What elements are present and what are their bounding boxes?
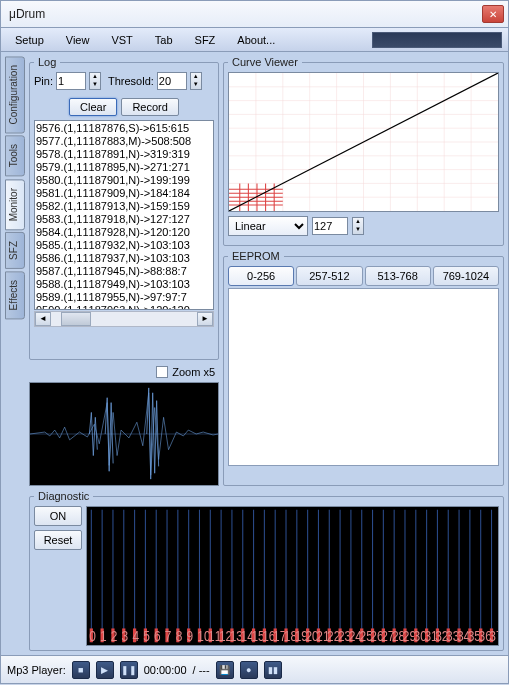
svg-text:9: 9 (187, 628, 194, 645)
eeprom-tab-3[interactable]: 769-1024 (433, 266, 499, 286)
log-line[interactable]: 9584.(1,11187928,N)->120:120 (36, 226, 212, 239)
svg-text:1: 1 (100, 628, 107, 645)
eeprom-legend: EEPROM (228, 250, 284, 262)
levels-button[interactable]: ▮▮ (264, 661, 282, 679)
play-button[interactable]: ▶ (96, 661, 114, 679)
menu-tab[interactable]: Tab (145, 31, 183, 49)
sidetab-configuration[interactable]: Configuration (5, 56, 25, 133)
eeprom-tab-2[interactable]: 513-768 (365, 266, 431, 286)
diagnostic-panel: Diagnostic ON Reset 01234567891011121314… (29, 490, 504, 651)
log-hscroll[interactable]: ◄ ► (34, 311, 214, 327)
svg-text:5: 5 (143, 628, 150, 645)
pin-label: Pin: (34, 75, 53, 87)
menu-progress (372, 32, 502, 48)
close-button[interactable]: ✕ (482, 5, 504, 23)
zoom-label: Zoom x5 (172, 366, 215, 378)
stop-button[interactable]: ■ (72, 661, 90, 679)
log-line[interactable]: 9587.(1,11187945,N)->88:88:7 (36, 265, 212, 278)
log-panel: Log Pin: ▲▼ Thresold: ▲▼ Clear Record (29, 56, 219, 360)
log-line[interactable]: 9582.(1,11187913,N)->159:159 (36, 200, 212, 213)
scroll-left-icon[interactable]: ◄ (35, 312, 51, 326)
thresold-label: Thresold: (108, 75, 154, 87)
diagnostic-on-button[interactable]: ON (34, 506, 82, 526)
diagnostic-reset-button[interactable]: Reset (34, 530, 82, 550)
log-line[interactable]: 9583.(1,11187918,N)->127:127 (36, 213, 212, 226)
curve-graph (228, 72, 499, 212)
log-line[interactable]: 9580.(1,11187901,N)->199:199 (36, 174, 212, 187)
svg-text:4: 4 (132, 628, 139, 645)
eeprom-panel: EEPROM 0-256 257-512 513-768 769-1024 (223, 250, 504, 486)
eeprom-tab-1[interactable]: 257-512 (296, 266, 362, 286)
log-line[interactable]: 9585.(1,11187932,N)->103:103 (36, 239, 212, 252)
svg-text:2: 2 (111, 628, 118, 645)
curve-value-input[interactable] (312, 217, 348, 235)
svg-text:6: 6 (154, 628, 161, 645)
save-button[interactable]: 💾 (216, 661, 234, 679)
pin-spinner[interactable]: ▲▼ (89, 72, 101, 90)
log-line[interactable]: 9578.(1,11187891,N)->319:319 (36, 148, 212, 161)
clear-button[interactable]: Clear (69, 98, 117, 116)
record-icon-button[interactable]: ● (240, 661, 258, 679)
menu-view[interactable]: View (56, 31, 100, 49)
sidetab-sfz[interactable]: SFZ (5, 232, 25, 269)
curve-viewer-panel: Curve Viewer (223, 56, 504, 246)
svg-text:3: 3 (122, 628, 129, 645)
mp3-label: Mp3 Player: (7, 664, 66, 676)
record-button[interactable]: Record (121, 98, 178, 116)
log-line[interactable]: 9581.(1,11187909,N)->184:184 (36, 187, 212, 200)
window-title: μDrum (9, 7, 480, 21)
log-line[interactable]: 9579.(1,11187895,N)->271:271 (36, 161, 212, 174)
sidetab-monitor[interactable]: Monitor (5, 179, 25, 230)
curve-legend: Curve Viewer (228, 56, 302, 68)
scroll-thumb[interactable] (61, 312, 91, 326)
eeprom-tab-0[interactable]: 0-256 (228, 266, 294, 286)
statusbar: Mp3 Player: ■ ▶ ❚❚ 00:00:00 / --- 💾 ● ▮▮ (0, 656, 509, 684)
menu-about[interactable]: About... (227, 31, 285, 49)
titlebar: μDrum ✕ (0, 0, 509, 28)
log-line[interactable]: 9586.(1,11187937,N)->103:103 (36, 252, 212, 265)
log-line[interactable]: 9590 (1 11187963 N)->120:120 (36, 304, 212, 310)
pin-input[interactable] (56, 72, 86, 90)
svg-text:0: 0 (89, 628, 96, 645)
menu-setup[interactable]: Setup (5, 31, 54, 49)
diagnostic-legend: Diagnostic (34, 490, 93, 502)
thresold-spinner[interactable]: ▲▼ (190, 72, 202, 90)
thresold-input[interactable] (157, 72, 187, 90)
log-line[interactable]: 9588.(1,11187949,N)->103:103 (36, 278, 212, 291)
log-line[interactable]: 9576.(1,11187876,S)->615:615 (36, 122, 212, 135)
curve-value-spinner[interactable]: ▲▼ (352, 217, 364, 235)
log-line[interactable]: 9577.(1,11187883,M)->508:508 (36, 135, 212, 148)
scroll-right-icon[interactable]: ► (197, 312, 213, 326)
menu-vst[interactable]: VST (101, 31, 142, 49)
time-display: 00:00:00 (144, 664, 187, 676)
log-legend: Log (34, 56, 60, 68)
sidetab-tools[interactable]: Tools (5, 135, 25, 176)
side-tabs: Configuration Tools Monitor SFZ Effects (5, 56, 25, 651)
eeprom-body (228, 288, 499, 466)
curve-type-select[interactable]: Linear (228, 216, 308, 236)
sidetab-effects[interactable]: Effects (5, 271, 25, 319)
svg-text:7: 7 (165, 628, 172, 645)
menu-sfz[interactable]: SFZ (185, 31, 226, 49)
time-sep: / --- (193, 664, 210, 676)
zoom-checkbox[interactable] (156, 366, 168, 378)
pause-button[interactable]: ❚❚ (120, 661, 138, 679)
svg-text:8: 8 (176, 628, 183, 645)
svg-rect-32 (87, 507, 498, 645)
waveform-display (29, 382, 219, 486)
svg-text:37: 37 (489, 628, 499, 645)
main-area: Configuration Tools Monitor SFZ Effects … (0, 52, 509, 656)
menubar: Setup View VST Tab SFZ About... (0, 28, 509, 52)
log-list[interactable]: 9576.(1,11187876,S)->615:615 9577.(1,111… (34, 120, 214, 310)
diagnostic-graph: 0123456789101112131415161718192021222324… (86, 506, 499, 646)
log-line[interactable]: 9589.(1,11187955,N)->97:97:7 (36, 291, 212, 304)
